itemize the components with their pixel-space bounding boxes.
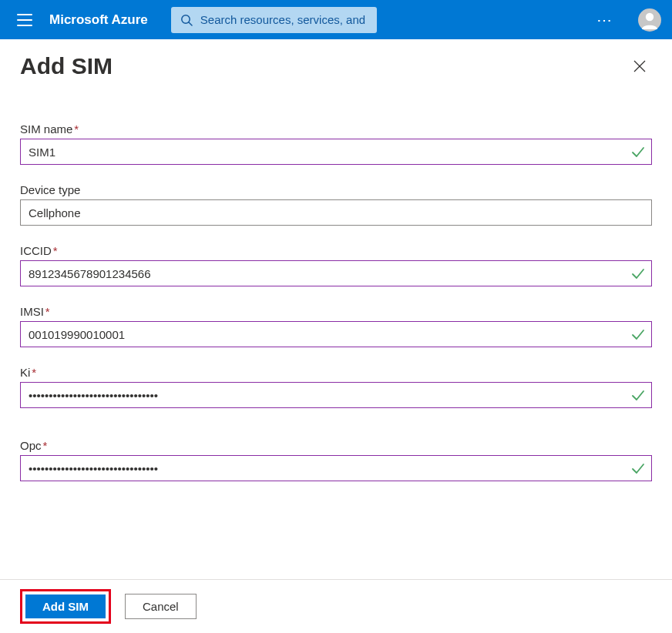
imsi-label: IMSI* [20, 305, 652, 318]
svg-point-2 [646, 12, 654, 20]
sim-name-input[interactable] [20, 139, 652, 165]
avatar[interactable] [638, 8, 661, 32]
field-iccid: ICCID* [20, 244, 652, 286]
close-icon [633, 59, 647, 73]
brand-label: Microsoft Azure [49, 12, 148, 28]
footer-bar: Add SIM Cancel [0, 579, 672, 633]
add-sim-form: SIM name* Device type ICCID* IMSI* [0, 79, 672, 481]
cancel-button[interactable]: Cancel [125, 594, 197, 619]
device-type-input[interactable] [20, 199, 652, 226]
svg-line-1 [189, 22, 192, 25]
opc-label: Opc* [20, 439, 652, 452]
field-opc: Opc* [20, 439, 652, 481]
imsi-input[interactable] [20, 321, 652, 347]
page-title: Add SIM [20, 53, 113, 79]
ki-label: Ki* [20, 366, 652, 379]
search-input[interactable] [200, 13, 368, 26]
more-icon[interactable]: ⋯ [592, 11, 618, 29]
iccid-label: ICCID* [20, 244, 652, 257]
search-box[interactable] [171, 7, 377, 33]
add-sim-button[interactable]: Add SIM [25, 594, 106, 618]
ki-input[interactable] [20, 382, 652, 408]
field-ki: Ki* [20, 366, 652, 408]
device-type-label: Device type [20, 183, 652, 196]
highlight-box: Add SIM [20, 589, 111, 624]
hamburger-icon[interactable] [17, 11, 35, 29]
field-imsi: IMSI* [20, 305, 652, 347]
opc-input[interactable] [20, 455, 652, 481]
close-button[interactable] [630, 57, 649, 75]
sim-name-label: SIM name* [20, 122, 652, 136]
page-header: Add SIM [0, 39, 672, 79]
iccid-input[interactable] [20, 260, 652, 286]
field-sim-name: SIM name* [20, 122, 652, 165]
field-device-type: Device type [20, 183, 652, 226]
top-bar: Microsoft Azure ⋯ [0, 0, 672, 39]
search-icon [180, 14, 193, 26]
